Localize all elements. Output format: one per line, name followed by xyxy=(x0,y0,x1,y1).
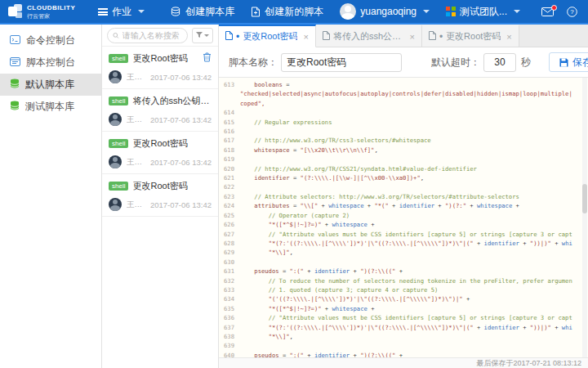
code-line[interactable]: 616 xyxy=(219,127,588,136)
create-script-label: 创建新的脚本 xyxy=(265,5,323,19)
code-line[interactable]: 631 pseudos = ":(" + identifier + ")(?:\… xyxy=(219,267,588,276)
code-line[interactable]: 636 // "Attribute values must be CSS ide… xyxy=(219,313,588,322)
code-text: coped", xyxy=(240,99,588,108)
chevron-down-icon xyxy=(514,10,520,13)
line-number: 616 xyxy=(219,127,240,136)
sidebar-item[interactable]: 默认脚本库 xyxy=(0,74,101,96)
library-icon xyxy=(10,101,20,113)
app-window: CLOUDBILITY 行云管家 作业 创建脚本库 创建新的脚本 yuangao… xyxy=(0,0,588,368)
save-button[interactable]: 保存 xyxy=(549,52,588,72)
script-list-item[interactable]: shell更改Root密码王小曈2017-07-06 13:42 xyxy=(102,132,218,174)
line-number: 632 xyxy=(219,276,240,285)
code-line[interactable]: 637 "*(?:'((?:\\\\.|[^\\\\'])*)'|\"((?:\… xyxy=(219,323,588,332)
editor-tab[interactable]: •更改Root密码× xyxy=(422,25,519,47)
code-line[interactable]: 625 // Operator (capture 2) xyxy=(219,211,588,220)
line-number: 615 xyxy=(219,118,240,127)
script-title: 将传入的ssh公钥部署从指... xyxy=(132,95,212,107)
line-number: 614 xyxy=(219,108,240,117)
code-text xyxy=(240,108,588,117)
line-number: 629 xyxy=(219,248,240,257)
tab-close-icon[interactable]: × xyxy=(506,32,511,42)
avatar xyxy=(109,198,122,211)
delete-icon[interactable] xyxy=(203,52,212,65)
code-line[interactable]: 632 // To reduce the number of selectors… xyxy=(219,276,588,285)
script-list-item[interactable]: shell更改Root密码王小曈2017-07-06 13:42 xyxy=(102,47,218,89)
search-input[interactable] xyxy=(122,31,182,40)
code-line[interactable]: 617 // http://www.w3.org/TR/css3-selecto… xyxy=(219,136,588,145)
filter-button[interactable] xyxy=(192,28,213,43)
code-text: // Regular expressions xyxy=(240,118,588,127)
code-line[interactable]: 619 xyxy=(219,155,588,164)
code-editor[interactable]: 613 booleans ="checked|selected|async|au… xyxy=(219,78,588,357)
code-line[interactable]: 622 xyxy=(219,182,588,191)
code-line[interactable]: 614 xyxy=(219,108,588,117)
code-text xyxy=(240,155,588,164)
script-type-badge: shell xyxy=(109,182,128,191)
code-line[interactable]: 640 pseudos = ":(" + identifier + ")(?:\… xyxy=(219,351,588,357)
code-line[interactable]: 618 whitespace = "[\\x20\\t\\r\\n\\f]", xyxy=(219,146,588,155)
script-list-item[interactable]: shell更改Root密码王小曈在...2017-07-06 13:42 xyxy=(102,174,218,217)
help-button[interactable]: ? xyxy=(567,7,577,17)
editor-tab-bar: •更改Root密码×将传入的ssh公钥...×•更改Root密码× xyxy=(219,25,588,47)
avatar xyxy=(109,113,122,126)
code-text: whitespace = "[\\x20\\t\\r\\n\\f]", xyxy=(240,146,588,155)
code-line[interactable]: 635 "*([*^$|!~]?=)" + whitespace + xyxy=(219,304,588,313)
sidebar-item[interactable]: 命令控制台 xyxy=(0,29,101,52)
search-box xyxy=(107,28,188,43)
sidebar-item-label: 脚本控制台 xyxy=(26,56,75,70)
editor-tab[interactable]: 将传入的ssh公钥...× xyxy=(316,25,422,47)
line-number: 613 xyxy=(219,80,240,89)
script-name-input[interactable] xyxy=(281,53,402,72)
code-line[interactable]: 628 "*(?:'((?:\\\\.|[^\\\\'])*)'|\"((?:\… xyxy=(219,239,588,248)
search-icon xyxy=(113,32,119,39)
line-number: 634 xyxy=(219,294,240,303)
command-console-icon xyxy=(10,35,20,47)
code-line[interactable]: 629 "*\\]", xyxy=(219,248,588,257)
code-line[interactable]: 639 xyxy=(219,341,588,350)
code-line[interactable]: 615 // Regular expressions xyxy=(219,118,588,127)
team-menu[interactable]: 测试团队... xyxy=(438,0,528,24)
code-text: "('((?:\\\\.|[^\\\\'])*)'|\"((?:\\\\.|[^… xyxy=(240,294,588,303)
script-time: 2017-07-06 13:42 xyxy=(150,73,212,82)
tab-close-icon[interactable]: × xyxy=(409,32,414,42)
sidebar-item[interactable]: 测试脚本库 xyxy=(0,96,101,118)
code-line[interactable]: 638 "*\\]", xyxy=(219,332,588,341)
tab-label: 将传入的ssh公钥... xyxy=(333,30,404,43)
line-number: 637 xyxy=(219,323,240,332)
script-author: 王小曈在... xyxy=(127,200,145,210)
code-line[interactable]: 623 // Attribute selectors: http://www.w… xyxy=(219,192,588,201)
code-line[interactable]: 613 booleans = xyxy=(219,80,588,89)
timeout-input[interactable] xyxy=(483,53,516,72)
create-script-button[interactable]: 创建新的脚本 xyxy=(243,0,332,24)
code-line[interactable]: 634 "('((?:\\\\.|[^\\\\'])*)'|\"((?:\\\\… xyxy=(219,294,588,303)
brand-logo[interactable]: CLOUDBILITY 行云管家 xyxy=(8,4,75,19)
create-library-button[interactable]: 创建脚本库 xyxy=(163,0,243,24)
code-line[interactable]: coped", xyxy=(219,99,588,108)
jobs-menu[interactable]: 作业 xyxy=(90,0,153,24)
filter-funnel-icon xyxy=(196,32,203,38)
file-icon xyxy=(225,31,233,42)
code-text: "*([*^$|!~]?=)" + whitespace + xyxy=(240,304,588,313)
code-text: // "Attribute values must be CSS identif… xyxy=(240,230,588,239)
code-line[interactable]: 627 // "Attribute values must be CSS ide… xyxy=(219,230,588,239)
code-text xyxy=(240,341,588,350)
scrollbar-thumb[interactable] xyxy=(582,184,587,213)
code-line[interactable]: "checked|selected|async|autofocus|autopl… xyxy=(219,89,588,98)
messages-button[interactable] xyxy=(541,7,554,16)
code-text: pseudos = ":(" + identifier + ")(?:\\(("… xyxy=(240,267,588,276)
code-line[interactable]: 620 // http://www.w3.org/TR/CSS21/syndat… xyxy=(219,164,588,173)
line-number: 639 xyxy=(219,341,240,350)
script-list-item[interactable]: shell将传入的ssh公钥部署从指...王小曈2017-07-06 13:42 xyxy=(102,89,218,132)
code-text: "checked|selected|async|autofocus|autopl… xyxy=(240,89,588,98)
code-line[interactable]: 633 // 1. quoted (capture 3; capture 4 o… xyxy=(219,285,588,294)
script-console-icon xyxy=(10,57,20,69)
tab-close-icon[interactable]: × xyxy=(303,32,308,42)
code-line[interactable]: 626 "*([*^$|!~]?=)" + whitespace + xyxy=(219,220,588,229)
code-line[interactable]: 624 attributes = "\\[" + whitespace + "*… xyxy=(219,201,588,210)
editor-tab[interactable]: •更改Root密码× xyxy=(219,25,316,47)
sidebar-item[interactable]: 脚本控制台 xyxy=(0,52,101,74)
notification-badge xyxy=(551,5,557,11)
user-menu[interactable]: yuangaoqing xyxy=(332,0,438,24)
code-line[interactable]: 621 identifier = "(?:\\\\.|[\\w-]|[^\\x0… xyxy=(219,173,588,182)
code-line[interactable]: 630 xyxy=(219,258,588,267)
